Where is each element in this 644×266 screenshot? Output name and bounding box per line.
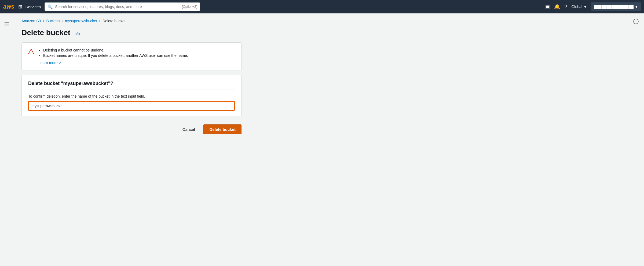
breadcrumb-sep-3: › — [99, 19, 100, 23]
page-title: Delete bucket — [21, 28, 70, 37]
svg-text:i: i — [636, 20, 636, 24]
warning-triangle-icon: ! — [28, 49, 34, 65]
top-right-info-icon[interactable]: i — [633, 19, 639, 25]
svg-text:!: ! — [31, 50, 32, 54]
account-menu[interactable]: ████████████████ ▼ — [591, 2, 641, 11]
bell-icon[interactable]: 🔔 — [554, 4, 560, 10]
learn-more-link[interactable]: Learn more ↗︎ — [38, 61, 61, 65]
help-icon[interactable]: ? — [564, 4, 567, 10]
page-header: Delete bucket Info — [21, 28, 636, 37]
aws-logo[interactable]: aws — [3, 4, 14, 10]
learn-more-text: Learn more — [38, 61, 58, 65]
external-link-icon: ↗︎ — [59, 61, 61, 65]
search-shortcut: [Option+S] — [182, 5, 197, 9]
delete-bucket-button[interactable]: Delete bucket — [203, 124, 241, 134]
breadcrumb-current: Delete bucket — [103, 19, 126, 23]
region-chevron-icon: ▼ — [583, 5, 587, 9]
search-bar[interactable]: 🔍 [Option+S] — [45, 2, 200, 11]
nav-services-label[interactable]: Services — [25, 5, 41, 9]
aws-logo-text: aws — [3, 4, 14, 10]
breadcrumb-bucket-name[interactable]: mysuperawsbucket — [65, 19, 97, 23]
account-label: ████████████████ — [594, 5, 634, 9]
region-selector[interactable]: Global ▼ — [571, 5, 587, 9]
hamburger-icon[interactable]: ☰ — [2, 19, 12, 30]
warning-list: Deleting a bucket cannot be undone. Buck… — [38, 48, 188, 58]
warning-box: ! Deleting a bucket cannot be undone. Bu… — [21, 42, 241, 71]
search-input[interactable] — [55, 5, 180, 9]
warning-item-1: Deleting a bucket cannot be undone. — [43, 48, 188, 52]
confirm-title: Delete bucket "mysuperawsbucket"? — [28, 81, 235, 90]
breadcrumb: Amazon S3 › Buckets › mysuperawsbucket ›… — [21, 19, 636, 23]
grid-icon[interactable]: ⊞ — [18, 4, 22, 10]
info-link[interactable]: Info — [74, 32, 80, 36]
region-label: Global — [571, 5, 582, 9]
breadcrumb-sep-2: › — [62, 19, 63, 23]
confirm-box: Delete bucket "mysuperawsbucket"? To con… — [21, 75, 241, 116]
search-icon: 🔍 — [47, 4, 53, 9]
top-navigation: aws ⊞ Services 🔍 [Option+S] ▣ 🔔 ? Global… — [0, 0, 644, 13]
action-bar: Cancel Delete bucket — [21, 122, 241, 137]
breadcrumb-sep-1: › — [43, 19, 44, 23]
nav-icons: ▣ 🔔 ? Global ▼ ████████████████ ▼ — [545, 2, 641, 11]
breadcrumb-buckets[interactable]: Buckets — [46, 19, 60, 23]
warning-item-2: Bucket names are unique. If you delete a… — [43, 53, 188, 58]
confirm-instruction: To confirm deletion, enter the name of t… — [28, 94, 235, 98]
bucket-name-input[interactable] — [28, 101, 235, 111]
account-chevron-icon: ▼ — [635, 5, 638, 9]
cancel-button[interactable]: Cancel — [178, 125, 199, 134]
sidebar-toggle-area: ☰ — [0, 13, 13, 142]
terminal-icon[interactable]: ▣ — [545, 4, 550, 10]
warning-content: Deleting a bucket cannot be undone. Buck… — [38, 48, 188, 65]
breadcrumb-amazon-s3[interactable]: Amazon S3 — [21, 19, 41, 23]
main-content: Amazon S3 › Buckets › mysuperawsbucket ›… — [13, 13, 644, 142]
